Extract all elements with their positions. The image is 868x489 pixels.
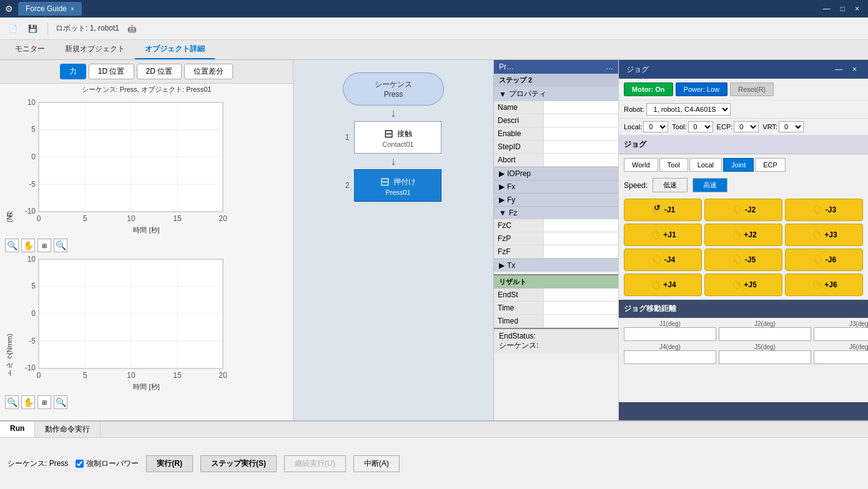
save-icon[interactable]: 💾: [25, 21, 40, 36]
jog-plus-j3[interactable]: +J3: [785, 224, 863, 246]
props-key-name: Name: [494, 101, 544, 114]
jog-minimize-btn[interactable]: —: [831, 64, 846, 75]
jog-mode-ecp[interactable]: ECP: [755, 158, 786, 172]
fit-btn-2[interactable]: ⊞: [37, 395, 51, 409]
tab-new-object[interactable]: 新規オブジェクト: [55, 40, 135, 59]
jog-mode-local[interactable]: Local: [689, 158, 722, 172]
props-val-abort[interactable]: [544, 154, 618, 166]
props-section-properties[interactable]: ▼ プロパティ: [494, 87, 618, 101]
j1-input[interactable]: [624, 327, 716, 341]
jog-mode-world[interactable]: World: [624, 158, 658, 172]
jog-minus-j2[interactable]: -J2: [704, 199, 782, 221]
tab-close-icon[interactable]: ×: [71, 6, 74, 12]
run-button[interactable]: 実行(R): [146, 455, 193, 472]
speed-low-btn[interactable]: 低速: [653, 178, 688, 192]
flow-press-box[interactable]: ⊟ 押付け Press01: [354, 169, 441, 202]
props-val-descri[interactable]: [544, 114, 618, 127]
bottom-tab-action[interactable]: 動作命令実行: [35, 422, 101, 437]
props-val-name[interactable]: [544, 101, 618, 114]
pan-btn-1[interactable]: ✋: [21, 239, 35, 252]
robot-select[interactable]: 1, robot1, C4-A601S: [646, 103, 731, 116]
j2-input[interactable]: [719, 327, 811, 341]
chart-tab-2d[interactable]: 2D 位置: [137, 64, 182, 79]
j5-input-group: J5(deg): [719, 343, 811, 400]
jog-mode-joint[interactable]: Joint: [723, 158, 754, 172]
jog-minus-j3[interactable]: -J3: [785, 199, 863, 221]
j2-input-group: J2(deg): [719, 320, 811, 341]
zoom-out-btn-1[interactable]: 🔍: [54, 239, 67, 252]
j5-input[interactable]: [719, 350, 811, 364]
props-section-ioprep[interactable]: ▶ IOPrep: [494, 167, 618, 180]
sequence-sublabel: Press: [375, 90, 412, 99]
app-tab[interactable]: Force Guide ×: [18, 2, 82, 16]
fx-arrow: ▶: [499, 182, 505, 191]
minus-j4-label: -J4: [664, 255, 675, 264]
minimize-button[interactable]: —: [819, 3, 834, 14]
props-row-abort: Abort: [494, 154, 618, 167]
motor-on-button[interactable]: Motor: On: [624, 82, 673, 96]
props-val-stepid[interactable]: [544, 141, 618, 153]
chart-tab-force[interactable]: 力: [60, 64, 86, 79]
props-val-fzf[interactable]: [544, 245, 618, 258]
j4-input[interactable]: [624, 350, 716, 364]
props-row-fzp: FzP: [494, 232, 618, 245]
props-val-enable[interactable]: [544, 127, 618, 140]
flow-contact-box[interactable]: ⊟ 接触 Contact01: [354, 121, 441, 154]
flow-arrow-2: ↓: [391, 154, 397, 169]
jog-plus-j4[interactable]: +J4: [624, 274, 702, 296]
reset-button[interactable]: Reset(R): [730, 82, 774, 96]
power-low-button[interactable]: Power: Low: [676, 82, 727, 96]
jog-minus-j6[interactable]: -J6: [785, 249, 863, 271]
speed-high-btn[interactable]: 高速: [693, 178, 727, 192]
title-bar: ⚙ Force Guide × — □ ×: [0, 0, 868, 17]
j3-input[interactable]: [814, 327, 868, 341]
minus-j2-label: -J2: [745, 205, 756, 214]
vrt-label: VRT:: [762, 123, 777, 131]
chart-tab-1d[interactable]: 1D 位置: [89, 64, 134, 79]
props-val-fzc[interactable]: [544, 219, 618, 232]
jog-minus-j5[interactable]: -J5: [704, 249, 782, 271]
nav-tabs: モニター 新規オブジェクト オブジェクト詳細: [0, 40, 868, 60]
contact-label: 接触: [397, 129, 412, 139]
jog-minus-j1[interactable]: ↺ -J1: [624, 199, 702, 221]
props-section-fx[interactable]: ▶ Fx: [494, 180, 618, 193]
jog-minus-j4[interactable]: -J4: [624, 249, 702, 271]
step-run-button[interactable]: ステップ実行(S): [200, 455, 277, 472]
props-val-fzp[interactable]: [544, 232, 618, 245]
abort-button[interactable]: 中断(A): [353, 455, 400, 472]
flow-sequence-box[interactable]: シーケンス Press: [343, 72, 444, 106]
bottom-tab-run[interactable]: Run: [0, 422, 35, 437]
jog-mode-tool[interactable]: Tool: [659, 158, 688, 172]
bottom-content: シーケンス: Press 強制ローパワー 実行(R) ステップ実行(S) 継続実…: [0, 438, 868, 489]
jog-plus-j1[interactable]: +J1: [624, 224, 702, 246]
zoom-in-btn-2[interactable]: 🔍: [5, 395, 19, 409]
jog-close-btn[interactable]: ×: [849, 64, 861, 75]
jog-plus-j2[interactable]: +J2: [704, 224, 782, 246]
vrt-select[interactable]: 0: [779, 121, 804, 132]
maximize-button[interactable]: □: [837, 3, 849, 14]
robot-config-icon[interactable]: 🤖: [124, 21, 139, 36]
j6-input[interactable]: [814, 350, 868, 364]
local-select[interactable]: 0: [643, 121, 668, 132]
ecp-select[interactable]: 0: [734, 121, 759, 132]
new-file-icon[interactable]: 📄: [5, 21, 20, 36]
tab-monitor[interactable]: モニター: [5, 40, 55, 59]
j6-input-label: J6(deg): [814, 343, 868, 350]
continue-run-button[interactable]: 継続実行(U): [284, 455, 346, 472]
force-check-label[interactable]: 強制ローパワー: [76, 458, 139, 469]
props-section-fy[interactable]: ▶ Fy: [494, 193, 618, 206]
tool-select[interactable]: 0: [688, 121, 713, 132]
pan-btn-2[interactable]: ✋: [21, 395, 35, 409]
tab-object-detail[interactable]: オブジェクト詳細: [135, 40, 215, 59]
close-button[interactable]: ×: [851, 3, 863, 14]
props-section-fz[interactable]: ▼ Fz: [494, 206, 618, 219]
jog-plus-j6[interactable]: +J6: [785, 274, 863, 296]
zoom-out-btn-2[interactable]: 🔍: [54, 395, 67, 409]
fit-btn-1[interactable]: ⊞: [37, 239, 51, 252]
chart-tab-diff[interactable]: 位置差分: [184, 64, 233, 79]
jog-plus-j5[interactable]: +J5: [704, 274, 782, 296]
props-section-tx[interactable]: ▶ Tx: [494, 259, 618, 272]
zoom-in-btn-1[interactable]: 🔍: [5, 239, 19, 252]
force-check-input[interactable]: [76, 460, 84, 468]
flow-step-2-row: 2 ⊟ 押付け Press01: [345, 169, 442, 202]
